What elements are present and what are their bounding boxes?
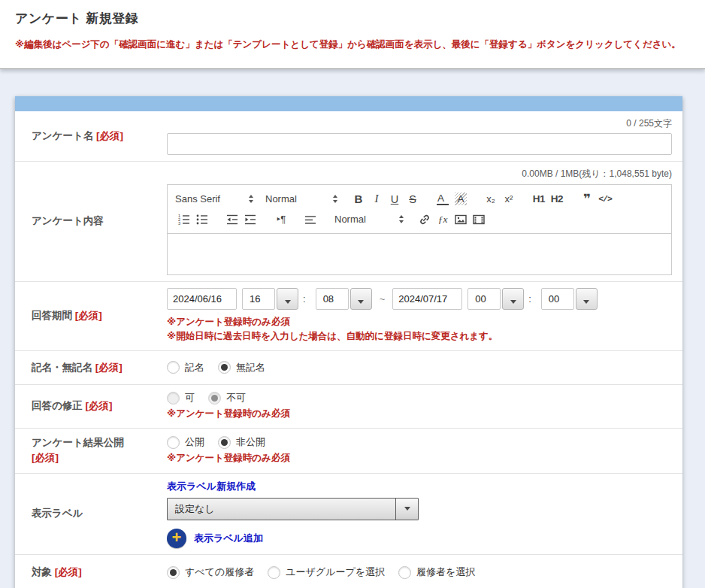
row-survey-name: アンケート名 [必須] 0 / 255文字 (15, 111, 682, 162)
bullet-list-icon[interactable] (193, 211, 211, 229)
char-counter: 0 / 255文字 (167, 117, 672, 130)
radio-label: 不可 (226, 391, 246, 405)
radio-circle-icon (218, 436, 231, 449)
time-colon: : (528, 293, 531, 305)
start-hour-select[interactable]: 16 (242, 288, 298, 310)
target-content: すべての履修者 ユーザグループを選択 履修者を選択 (167, 555, 682, 588)
radio-select-students[interactable]: 履修者を選択 (398, 565, 475, 579)
chevron-down-icon[interactable] (502, 288, 524, 310)
underline-button[interactable]: U (386, 190, 404, 208)
indent-icon[interactable] (241, 211, 259, 229)
radio-label: 公開 (185, 435, 204, 449)
period-content: 16 : 08 ~ 00 : 00 (167, 282, 682, 350)
required-badge: [必須] (55, 566, 82, 577)
subscript-button[interactable]: x₂ (482, 190, 500, 208)
display-label-label: 表示ラベル (15, 474, 167, 554)
modification-label: 回答の修正 [必須] (15, 385, 167, 428)
outdent-icon[interactable] (223, 211, 241, 229)
radio-user-group[interactable]: ユーザグループを選択 (268, 565, 385, 579)
video-icon[interactable] (470, 211, 488, 229)
indent-group (223, 211, 259, 229)
line-height-picker[interactable]: Normal (334, 214, 404, 225)
add-icon[interactable]: + (167, 529, 186, 548)
period-label: 回答期間 [必須] (15, 282, 167, 350)
strikethrough-button[interactable]: S (404, 190, 422, 208)
radio-circle-icon (398, 566, 411, 579)
direction-button[interactable]: ‣¶ (271, 211, 289, 229)
editor-content-area[interactable] (167, 234, 672, 275)
start-date-input[interactable] (167, 288, 237, 310)
radio-label: 履修者を選択 (416, 565, 475, 579)
background-color-button[interactable]: A (455, 192, 466, 206)
field-label: 対象 (32, 566, 52, 577)
rich-text-editor: 0.00MB / 1MB(残り：1,048,551 byte) Sans Ser… (167, 168, 672, 275)
end-date-input[interactable] (392, 288, 462, 310)
create-display-label-link[interactable]: 表示ラベル新規作成 (167, 480, 672, 493)
add-display-label-link[interactable]: 表示ラベル追加 (194, 532, 263, 545)
radio-deny[interactable]: 不可 (208, 391, 246, 405)
display-label-select[interactable]: 設定なし (167, 498, 419, 520)
block-group: ❞ </> (578, 190, 614, 208)
size-counter: 0.00MB / 1MB(残り：1,048,551 byte) (167, 168, 672, 180)
color-group: A A (434, 190, 470, 208)
superscript-button[interactable]: x² (500, 190, 518, 208)
field-label: 回答期間 (32, 310, 72, 321)
italic-button[interactable]: I (368, 190, 386, 208)
result-publish-content: 公開 非公開 ※アンケート登録時のみ必須 (167, 429, 682, 473)
row-answer-period: 回答期間 [必須] 16 : 08 ~ (15, 282, 682, 351)
align-icon[interactable] (301, 211, 319, 229)
modification-note: ※アンケート登録時のみ必須 (167, 407, 672, 421)
start-minute-select[interactable]: 08 (316, 288, 372, 310)
format-group: B I U S (349, 190, 422, 208)
bold-button[interactable]: B (349, 190, 368, 208)
radio-allow[interactable]: 可 (167, 391, 195, 405)
radio-label: 無記名 (236, 361, 265, 374)
font-picker-value: Sans Serif (175, 193, 241, 205)
radio-all-students[interactable]: すべての履修者 (167, 565, 254, 579)
radio-signed[interactable]: 記名 (167, 361, 204, 374)
radio-anonymous[interactable]: 無記名 (218, 361, 265, 374)
page-title: アンケート 新規登録 (15, 10, 690, 27)
formula-button[interactable]: ƒx (434, 211, 452, 229)
radio-public[interactable]: 公開 (167, 435, 204, 449)
header-picker-value: Normal (265, 193, 325, 205)
chevron-down-icon[interactable] (576, 288, 598, 310)
radio-private[interactable]: 非公開 (218, 435, 265, 449)
chevron-down-icon[interactable] (277, 288, 298, 310)
end-hour-select[interactable]: 00 (467, 288, 524, 310)
required-badge: [必須] (96, 130, 123, 141)
header1-button[interactable]: H1 (530, 190, 548, 208)
radio-circle-icon (218, 361, 231, 374)
row-result-publish: アンケート結果公開 [必須] 公開 非公開 ※アンケート登録時のみ必須 (15, 429, 682, 474)
script-group: x₂ x² (482, 190, 518, 208)
blockquote-button[interactable]: ❞ (578, 190, 596, 208)
row-survey-body: アンケート内容 0.00MB / 1MB(残り：1,048,551 byte) … (15, 162, 682, 282)
survey-name-input[interactable] (167, 133, 672, 155)
period-notes: ※アンケート登録時のみ必須 ※開始日時に過去日時を入力した場合は、自動的に登録日… (167, 315, 672, 344)
ordered-list-icon[interactable]: 123 (175, 211, 193, 229)
field-label: 回答の修正 (32, 400, 83, 411)
end-minute-select[interactable]: 00 (541, 288, 598, 310)
row-target: 対象 [必須] すべての履修者 ユーザグループを選択 履修者を選択 (15, 555, 682, 588)
code-block-button[interactable]: </> (596, 190, 614, 208)
chevron-down-icon[interactable] (350, 288, 372, 310)
chevron-down-icon[interactable] (395, 499, 418, 520)
text-color-button[interactable]: A (437, 192, 449, 205)
radio-circle-icon (208, 392, 221, 405)
link-icon[interactable] (416, 211, 434, 229)
add-display-label-line: + 表示ラベル追加 (167, 529, 672, 548)
period-inputs: 16 : 08 ~ 00 : 00 (167, 288, 672, 310)
image-icon[interactable] (452, 211, 470, 229)
radio-label: 可 (185, 391, 195, 405)
field-label: 表示ラベル (32, 508, 83, 519)
header2-button[interactable]: H2 (548, 190, 566, 208)
font-picker[interactable]: Sans Serif (175, 193, 253, 205)
header-picker[interactable]: Normal (265, 193, 337, 205)
period-note-2: ※開始日時に過去日時を入力した場合は、自動的に登録日時に変更されます。 (167, 329, 672, 344)
result-publish-label: アンケート結果公開 [必須] (15, 429, 167, 473)
anonymity-content: 記名 無記名 (167, 351, 682, 384)
result-publish-note: ※アンケート登録時のみ必須 (167, 451, 672, 465)
align-group (301, 211, 319, 229)
editor-toolbar: Sans Serif Normal B I U S (167, 184, 672, 234)
picker-arrows-icon (249, 195, 253, 203)
